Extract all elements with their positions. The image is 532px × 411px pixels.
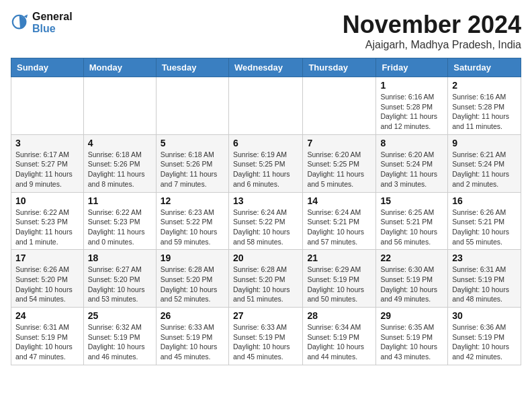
day-number: 15 bbox=[380, 195, 443, 206]
day-number: 17 bbox=[15, 253, 79, 263]
calendar-cell: 26Sunrise: 6:33 AM Sunset: 5:19 PM Dayli… bbox=[156, 308, 228, 365]
calendar-row-1: 3Sunrise: 6:17 AM Sunset: 5:27 PM Daylig… bbox=[11, 134, 521, 192]
day-detail: Sunrise: 6:19 AM Sunset: 5:25 PM Dayligh… bbox=[233, 150, 298, 189]
calendar-row-3: 17Sunrise: 6:26 AM Sunset: 5:20 PM Dayli… bbox=[11, 250, 521, 308]
day-detail: Sunrise: 6:33 AM Sunset: 5:19 PM Dayligh… bbox=[233, 322, 298, 362]
calendar-table: SundayMondayTuesdayWednesdayThursdayFrid… bbox=[11, 58, 521, 365]
header-cell-friday: Friday bbox=[376, 58, 448, 77]
day-number: 25 bbox=[88, 310, 152, 321]
calendar-cell: 7Sunrise: 6:20 AM Sunset: 5:25 PM Daylig… bbox=[303, 134, 376, 192]
day-detail: Sunrise: 6:27 AM Sunset: 5:20 PM Dayligh… bbox=[88, 265, 152, 304]
day-detail: Sunrise: 6:22 AM Sunset: 5:23 PM Dayligh… bbox=[88, 208, 152, 247]
calendar-cell: 2Sunrise: 6:16 AM Sunset: 5:28 PM Daylig… bbox=[448, 77, 521, 135]
day-detail: Sunrise: 6:26 AM Sunset: 5:20 PM Dayligh… bbox=[15, 265, 79, 304]
calendar-cell: 15Sunrise: 6:25 AM Sunset: 5:21 PM Dayli… bbox=[376, 192, 448, 250]
logo-icon bbox=[11, 13, 30, 32]
day-detail: Sunrise: 6:35 AM Sunset: 5:19 PM Dayligh… bbox=[380, 322, 443, 362]
day-detail: Sunrise: 6:33 AM Sunset: 5:19 PM Dayligh… bbox=[161, 322, 224, 362]
logo: General Blue bbox=[11, 11, 73, 35]
month-title: November 2024 bbox=[343, 11, 521, 39]
calendar-cell: 9Sunrise: 6:21 AM Sunset: 5:24 PM Daylig… bbox=[448, 134, 521, 192]
day-number: 19 bbox=[161, 253, 224, 263]
day-detail: Sunrise: 6:31 AM Sunset: 5:19 PM Dayligh… bbox=[452, 265, 517, 304]
title-section: November 2024 Ajaigarh, Madhya Pradesh, … bbox=[343, 11, 521, 51]
header-cell-sunday: Sunday bbox=[11, 58, 84, 77]
calendar-cell: 16Sunrise: 6:26 AM Sunset: 5:21 PM Dayli… bbox=[448, 192, 521, 250]
calendar-cell: 24Sunrise: 6:31 AM Sunset: 5:19 PM Dayli… bbox=[11, 308, 84, 365]
calendar-cell: 27Sunrise: 6:33 AM Sunset: 5:19 PM Dayli… bbox=[228, 308, 302, 365]
calendar-cell: 25Sunrise: 6:32 AM Sunset: 5:19 PM Dayli… bbox=[83, 308, 156, 365]
calendar-cell bbox=[156, 77, 228, 135]
day-number: 23 bbox=[452, 253, 517, 263]
calendar-cell: 4Sunrise: 6:18 AM Sunset: 5:26 PM Daylig… bbox=[83, 134, 156, 192]
calendar-cell: 11Sunrise: 6:22 AM Sunset: 5:23 PM Dayli… bbox=[83, 192, 156, 250]
day-detail: Sunrise: 6:31 AM Sunset: 5:19 PM Dayligh… bbox=[15, 322, 79, 362]
calendar-cell: 5Sunrise: 6:18 AM Sunset: 5:26 PM Daylig… bbox=[156, 134, 228, 192]
calendar-cell bbox=[303, 77, 376, 135]
calendar-row-2: 10Sunrise: 6:22 AM Sunset: 5:23 PM Dayli… bbox=[11, 192, 521, 250]
day-detail: Sunrise: 6:22 AM Sunset: 5:23 PM Dayligh… bbox=[15, 208, 79, 247]
day-number: 28 bbox=[307, 310, 371, 321]
day-detail: Sunrise: 6:21 AM Sunset: 5:24 PM Dayligh… bbox=[452, 150, 517, 189]
calendar-cell: 10Sunrise: 6:22 AM Sunset: 5:23 PM Dayli… bbox=[11, 192, 84, 250]
day-number: 9 bbox=[452, 138, 517, 148]
day-number: 22 bbox=[380, 253, 443, 263]
header-cell-tuesday: Tuesday bbox=[156, 58, 228, 77]
day-detail: Sunrise: 6:20 AM Sunset: 5:25 PM Dayligh… bbox=[307, 150, 371, 189]
day-detail: Sunrise: 6:25 AM Sunset: 5:21 PM Dayligh… bbox=[380, 208, 443, 247]
calendar-cell bbox=[11, 77, 84, 135]
calendar-cell: 8Sunrise: 6:20 AM Sunset: 5:24 PM Daylig… bbox=[376, 134, 448, 192]
logo-text: General Blue bbox=[32, 11, 73, 35]
day-number: 14 bbox=[307, 195, 371, 206]
calendar-cell: 1Sunrise: 6:16 AM Sunset: 5:28 PM Daylig… bbox=[376, 77, 448, 135]
day-detail: Sunrise: 6:16 AM Sunset: 5:28 PM Dayligh… bbox=[380, 92, 443, 132]
day-number: 12 bbox=[161, 195, 224, 206]
calendar-cell bbox=[228, 77, 302, 135]
day-detail: Sunrise: 6:18 AM Sunset: 5:26 PM Dayligh… bbox=[88, 150, 152, 189]
page-header: General Blue November 2024 Ajaigarh, Mad… bbox=[11, 11, 521, 51]
calendar-cell: 13Sunrise: 6:24 AM Sunset: 5:22 PM Dayli… bbox=[228, 192, 302, 250]
calendar-cell: 17Sunrise: 6:26 AM Sunset: 5:20 PM Dayli… bbox=[11, 250, 84, 308]
header-row: SundayMondayTuesdayWednesdayThursdayFrid… bbox=[11, 58, 521, 77]
day-detail: Sunrise: 6:24 AM Sunset: 5:21 PM Dayligh… bbox=[307, 208, 371, 247]
calendar-row-0: 1Sunrise: 6:16 AM Sunset: 5:28 PM Daylig… bbox=[11, 77, 521, 135]
day-number: 6 bbox=[233, 138, 298, 148]
calendar-cell bbox=[83, 77, 156, 135]
day-detail: Sunrise: 6:17 AM Sunset: 5:27 PM Dayligh… bbox=[15, 150, 79, 189]
header-cell-wednesday: Wednesday bbox=[228, 58, 302, 77]
calendar-cell: 18Sunrise: 6:27 AM Sunset: 5:20 PM Dayli… bbox=[83, 250, 156, 308]
day-number: 16 bbox=[452, 195, 517, 206]
location-title: Ajaigarh, Madhya Pradesh, India bbox=[343, 39, 521, 51]
day-detail: Sunrise: 6:24 AM Sunset: 5:22 PM Dayligh… bbox=[233, 208, 298, 247]
calendar-cell: 28Sunrise: 6:34 AM Sunset: 5:19 PM Dayli… bbox=[303, 308, 376, 365]
day-number: 10 bbox=[15, 195, 79, 206]
day-number: 21 bbox=[307, 253, 371, 263]
calendar-cell: 30Sunrise: 6:36 AM Sunset: 5:19 PM Dayli… bbox=[448, 308, 521, 365]
calendar-cell: 29Sunrise: 6:35 AM Sunset: 5:19 PM Dayli… bbox=[376, 308, 448, 365]
calendar-cell: 14Sunrise: 6:24 AM Sunset: 5:21 PM Dayli… bbox=[303, 192, 376, 250]
day-detail: Sunrise: 6:26 AM Sunset: 5:21 PM Dayligh… bbox=[452, 208, 517, 247]
day-detail: Sunrise: 6:23 AM Sunset: 5:22 PM Dayligh… bbox=[161, 208, 224, 247]
calendar-cell: 3Sunrise: 6:17 AM Sunset: 5:27 PM Daylig… bbox=[11, 134, 84, 192]
calendar-cell: 19Sunrise: 6:28 AM Sunset: 5:20 PM Dayli… bbox=[156, 250, 228, 308]
day-number: 20 bbox=[233, 253, 298, 263]
header-cell-saturday: Saturday bbox=[448, 58, 521, 77]
day-detail: Sunrise: 6:32 AM Sunset: 5:19 PM Dayligh… bbox=[88, 322, 152, 362]
calendar-cell: 22Sunrise: 6:30 AM Sunset: 5:19 PM Dayli… bbox=[376, 250, 448, 308]
day-detail: Sunrise: 6:20 AM Sunset: 5:24 PM Dayligh… bbox=[380, 150, 443, 189]
day-number: 26 bbox=[161, 310, 224, 321]
calendar-cell: 21Sunrise: 6:29 AM Sunset: 5:19 PM Dayli… bbox=[303, 250, 376, 308]
day-detail: Sunrise: 6:18 AM Sunset: 5:26 PM Dayligh… bbox=[161, 150, 224, 189]
day-detail: Sunrise: 6:36 AM Sunset: 5:19 PM Dayligh… bbox=[452, 322, 517, 362]
day-number: 7 bbox=[307, 138, 371, 148]
day-number: 30 bbox=[452, 310, 517, 321]
day-number: 4 bbox=[88, 138, 152, 148]
header-cell-thursday: Thursday bbox=[303, 58, 376, 77]
day-number: 8 bbox=[380, 138, 443, 148]
calendar-cell: 6Sunrise: 6:19 AM Sunset: 5:25 PM Daylig… bbox=[228, 134, 302, 192]
day-number: 5 bbox=[161, 138, 224, 148]
day-number: 18 bbox=[88, 253, 152, 263]
calendar-row-4: 24Sunrise: 6:31 AM Sunset: 5:19 PM Dayli… bbox=[11, 308, 521, 365]
day-number: 29 bbox=[380, 310, 443, 321]
day-number: 3 bbox=[15, 138, 79, 148]
